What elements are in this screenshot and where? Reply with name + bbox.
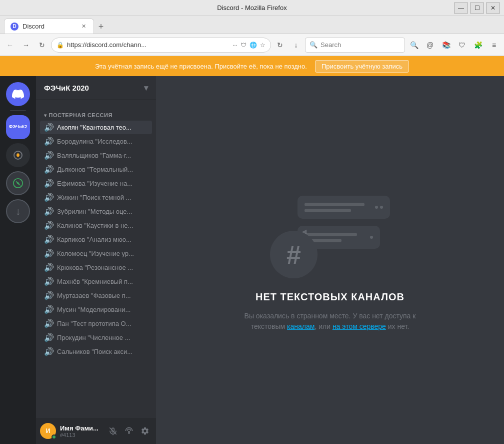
- empty-description: Вы оказались в странном месте. У вас нет…: [235, 311, 425, 332]
- channel-item-8[interactable]: 🔊 Карпиков "Анализ мюо...: [40, 233, 152, 246]
- deafen-button[interactable]: [122, 424, 136, 438]
- channel-name-14: Пан "Тест прототипа О...: [57, 320, 132, 327]
- user-bar: И Имя Фами... #4113: [36, 418, 156, 444]
- app-content: Эта учётная запись ещё не присвоена. При…: [0, 56, 504, 444]
- channel-item-7[interactable]: 🔊 Калинов "Каустики в не...: [40, 219, 152, 232]
- tab-bar: D Discord ✕ +: [0, 16, 504, 34]
- server-icon-compass[interactable]: [6, 171, 30, 195]
- bubble-dots-2: [370, 236, 373, 239]
- channel-item-12[interactable]: 🔊 Муртазаев "Фазовые п...: [40, 289, 152, 302]
- channel-name-1: Бородулина "Исследов...: [57, 138, 132, 145]
- channel-name-5: Жижин "Поиск темной ...: [57, 194, 131, 201]
- url-text: https://discord.com/chann...: [67, 41, 230, 49]
- channel-item-2[interactable]: 🔊 Валяльщиков "Гамма-г...: [40, 149, 152, 162]
- server-icon-fechik[interactable]: ФЭЧиК2: [6, 115, 30, 139]
- server-name: ФЭЧиК 2020: [44, 84, 89, 92]
- browser-toolbar: ← → ↻ 🔒 https://discord.com/chann... ···…: [0, 34, 504, 56]
- channel-item-13[interactable]: 🔊 Мусин "Моделировани...: [40, 303, 152, 316]
- account-icon[interactable]: @: [423, 38, 437, 52]
- tab-close-button[interactable]: ✕: [80, 23, 88, 31]
- discord-tab[interactable]: D Discord ✕: [4, 19, 94, 34]
- download-button[interactable]: ↓: [289, 38, 303, 52]
- server-icon-1[interactable]: [6, 143, 30, 167]
- channel-name-16: Сальников "Поиск акси...: [57, 348, 132, 355]
- voice-icon-16: 🔊: [44, 347, 54, 356]
- main-content: ◀ # НЕТ ТЕКСТОВЫХ КАНАЛОВ Вы оказались в…: [156, 76, 504, 444]
- close-button[interactable]: ✕: [486, 3, 500, 14]
- mute-button[interactable]: [106, 424, 120, 438]
- channel-item-16[interactable]: 🔊 Сальников "Поиск акси...: [40, 345, 152, 358]
- search-bar[interactable]: 🔍 Search: [305, 38, 405, 53]
- server-link[interactable]: на этом сервере: [332, 322, 386, 330]
- speech-bubble-1: [298, 196, 390, 219]
- reload-button[interactable]: ↻: [35, 38, 49, 52]
- server-divider: [10, 110, 26, 111]
- server-icon-discord[interactable]: [6, 82, 30, 106]
- voice-icon-0: 🔊: [44, 123, 54, 132]
- empty-illustration: ◀ #: [270, 188, 390, 278]
- chevron-right-icon: ▾: [44, 113, 47, 118]
- hash-circle: #: [270, 231, 318, 278]
- minimize-button[interactable]: —: [454, 3, 468, 14]
- voice-icon-13: 🔊: [44, 305, 54, 314]
- empty-state: ◀ # НЕТ ТЕКСТОВЫХ КАНАЛОВ Вы оказались в…: [235, 188, 425, 332]
- channel-item-11[interactable]: 🔊 Махнёв "Кремниевый п...: [40, 275, 152, 288]
- channel-item-1[interactable]: 🔊 Бородулина "Исследов...: [40, 135, 152, 148]
- channel-item-0[interactable]: 🔊 Акопян "Квантовая тео...: [40, 121, 152, 134]
- user-name: Имя Фами...: [60, 424, 102, 432]
- url-bar[interactable]: 🔒 https://discord.com/chann... ··· 🛡 🌐 ☆: [51, 38, 271, 53]
- search-button[interactable]: 🔍: [407, 38, 421, 52]
- extension-icon[interactable]: 🧩: [471, 38, 485, 52]
- maximize-button[interactable]: ☐: [470, 3, 484, 14]
- notification-message: Эта учётная запись ещё не присвоена. При…: [95, 63, 307, 70]
- channel-item-15[interactable]: 🔊 Прокудин "Численное ...: [40, 331, 152, 344]
- settings-button[interactable]: [138, 424, 152, 438]
- empty-title: НЕТ ТЕКСТОВЫХ КАНАЛОВ: [256, 291, 404, 303]
- channel-item-9[interactable]: 🔊 Коломоец "Изучение ур...: [40, 247, 152, 260]
- search-placeholder: Search: [320, 41, 341, 49]
- channels-link[interactable]: каналам: [287, 322, 314, 330]
- channel-category-poster[interactable]: ▾ ПОСТЕРНАЯ СЕССИЯ: [36, 104, 156, 120]
- server-name-header[interactable]: ФЭЧиК 2020 ▾: [36, 76, 156, 100]
- channel-item-5[interactable]: 🔊 Жижин "Поиск темной ...: [40, 191, 152, 204]
- server-icon-download[interactable]: ↓: [6, 199, 30, 223]
- channel-name-11: Махнёв "Кремниевый п...: [57, 278, 133, 285]
- tab-favicon: D: [10, 23, 18, 31]
- shield-icon[interactable]: 🛡: [455, 38, 469, 52]
- globe-icon: 🌐: [250, 42, 257, 49]
- back-button[interactable]: ←: [3, 38, 17, 52]
- claim-account-button[interactable]: Присвоить учётную запись: [315, 60, 409, 73]
- new-tab-button[interactable]: +: [94, 20, 108, 34]
- user-status-indicator: [52, 434, 56, 439]
- bubble-line: [304, 233, 357, 236]
- dot: [370, 236, 373, 239]
- channel-name-12: Муртазаев "Фазовые п...: [57, 292, 131, 299]
- svg-marker-4: [15, 180, 22, 187]
- library-icon[interactable]: 📚: [439, 38, 453, 52]
- hash-symbol: #: [286, 240, 301, 270]
- avatar: И: [40, 423, 56, 439]
- channel-item-14[interactable]: 🔊 Пан "Тест прототипа О...: [40, 317, 152, 330]
- bookmark-container-icon: 🛡: [240, 42, 246, 49]
- voice-icon-8: 🔊: [44, 235, 54, 244]
- channel-name-8: Карпиков "Анализ мюо...: [57, 236, 132, 243]
- channel-name-13: Мусин "Моделировани...: [57, 306, 130, 313]
- voice-icon-5: 🔊: [44, 193, 54, 202]
- menu-button[interactable]: ≡: [487, 38, 501, 52]
- category-label: ПОСТЕРНАЯ СЕССИЯ: [49, 112, 112, 118]
- star-icon: ☆: [260, 42, 266, 49]
- bubble-lines-1: [304, 203, 371, 212]
- reload-button-2[interactable]: ↻: [273, 38, 287, 52]
- voice-icon-15: 🔊: [44, 333, 54, 342]
- forward-button[interactable]: →: [19, 38, 33, 52]
- user-tag: #4113: [60, 432, 102, 438]
- channel-item-6[interactable]: 🔊 Зубрилин "Методы оце...: [40, 205, 152, 218]
- chevron-down-icon: ▾: [144, 83, 148, 93]
- channel-item-3[interactable]: 🔊 Дьяконов "Термальный...: [40, 163, 152, 176]
- channel-item-10[interactable]: 🔊 Крюкова "Резонансное ...: [40, 261, 152, 274]
- channel-name-4: Ефимова "Изучение на...: [57, 180, 132, 187]
- lock-icon: 🔒: [56, 42, 64, 49]
- channel-item-4[interactable]: 🔊 Ефимова "Изучение на...: [40, 177, 152, 190]
- notification-bar: Эта учётная запись ещё не присвоена. При…: [0, 56, 504, 76]
- voice-icon-6: 🔊: [44, 207, 54, 216]
